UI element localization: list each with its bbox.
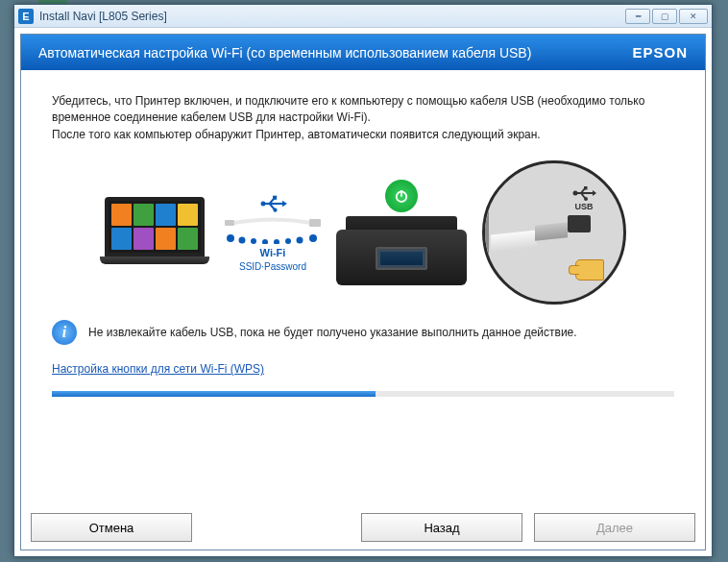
warning-row: i Не извлекайте кабель USB, пока не буде…: [52, 320, 674, 345]
svg-point-17: [584, 197, 588, 201]
svg-rect-3: [225, 220, 234, 226]
next-button[interactable]: Далее: [534, 513, 695, 542]
instruction-line-2: После того как компьютер обнаружит Принт…: [52, 127, 674, 143]
usb-port-closeup: USB: [482, 160, 626, 305]
usb-plug-illustration: [491, 221, 568, 256]
installer-window: E Install Navi [L805 Series] ━ ▢ ✕ Автом…: [13, 4, 713, 557]
svg-point-7: [251, 238, 256, 244]
titlebar[interactable]: E Install Navi [L805 Series] ━ ▢ ✕: [14, 5, 712, 28]
usb-socket-illustration: [568, 215, 591, 232]
svg-point-10: [285, 238, 291, 244]
wifi-sublabel: SSID·Password: [239, 261, 306, 272]
connection-labels: Wi-Fi SSID·Password: [225, 194, 321, 272]
info-icon: i: [52, 320, 77, 345]
hand-icon: [575, 259, 604, 281]
svg-point-2: [273, 208, 277, 211]
progress-bar: [52, 391, 674, 397]
svg-rect-1: [273, 195, 277, 199]
wps-link[interactable]: Настройка кнопки для сети Wi-Fi (WPS): [52, 362, 264, 376]
usb-icon: [258, 194, 287, 213]
page-title: Автоматическая настройка Wi-Fi (со време…: [38, 45, 531, 61]
wifi-label: Wi-Fi: [260, 247, 286, 258]
window-controls: ━ ▢ ✕: [625, 9, 708, 24]
wifi-dots-illustration: [225, 232, 321, 244]
printer-column: [336, 180, 467, 285]
usb-port-label-text: USB: [574, 202, 593, 211]
maximize-button[interactable]: ▢: [652, 9, 677, 24]
svg-point-11: [297, 236, 303, 243]
minimize-button[interactable]: ━: [625, 9, 650, 24]
svg-rect-4: [309, 219, 321, 227]
svg-point-12: [309, 234, 317, 242]
svg-point-6: [239, 236, 246, 243]
wizard-footer: Отмена Назад Далее: [21, 505, 705, 550]
wizard-header: Автоматическая настройка Wi-Fi (со време…: [21, 35, 705, 70]
connection-diagram: Wi-Fi SSID·Password: [52, 160, 674, 305]
svg-point-9: [274, 239, 279, 244]
window-title: Install Navi [L805 Series]: [39, 10, 625, 23]
wizard-frame: Автоматическая настройка Wi-Fi (со време…: [20, 34, 706, 550]
instruction-line-1: Убедитесь, что Принтер включен, и подклю…: [52, 93, 674, 127]
svg-rect-16: [584, 186, 588, 190]
close-button[interactable]: ✕: [679, 9, 708, 24]
laptop-illustration: [100, 197, 209, 268]
cancel-button[interactable]: Отмена: [31, 513, 192, 542]
back-button[interactable]: Назад: [361, 513, 522, 542]
svg-point-5: [227, 234, 234, 242]
usb-trident-icon: [571, 184, 596, 202]
wizard-content: Убедитесь, что Принтер включен, и подклю…: [21, 70, 705, 505]
brand-logo: EPSON: [632, 44, 688, 61]
power-icon: [385, 180, 418, 212]
progress-fill: [52, 391, 376, 397]
usb-cable-illustration: [225, 216, 321, 230]
svg-point-8: [262, 239, 268, 244]
instruction-text: Убедитесь, что Принтер включен, и подклю…: [52, 93, 674, 143]
printer-illustration: [336, 216, 467, 285]
app-icon: E: [18, 9, 34, 24]
warning-text: Не извлекайте кабель USB, пока не будет …: [88, 326, 577, 339]
